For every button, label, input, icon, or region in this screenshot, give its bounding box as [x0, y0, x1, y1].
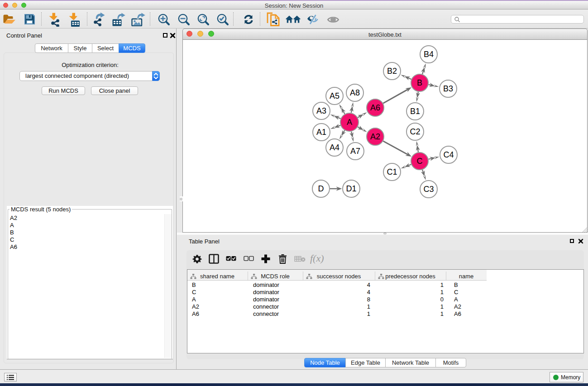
svg-text:A3: A3	[316, 106, 326, 115]
svg-text:C2: C2	[410, 127, 420, 136]
svg-text:A8: A8	[350, 88, 360, 97]
svg-text:A7: A7	[350, 147, 360, 156]
svg-text:A1: A1	[316, 128, 326, 137]
svg-text:B4: B4	[424, 50, 434, 59]
svg-text:C1: C1	[387, 167, 397, 176]
svg-text:A2: A2	[370, 132, 380, 141]
svg-text:C: C	[417, 157, 423, 166]
svg-text:D: D	[318, 184, 324, 193]
svg-text:A5: A5	[330, 91, 339, 100]
svg-text:B2: B2	[387, 67, 397, 76]
svg-text:D1: D1	[346, 184, 356, 193]
svg-text:B1: B1	[410, 107, 420, 116]
svg-text:A: A	[347, 118, 352, 127]
svg-text:A4: A4	[330, 143, 339, 152]
svg-text:B: B	[417, 78, 422, 87]
svg-text:C3: C3	[423, 185, 434, 194]
svg-text:A6: A6	[370, 103, 380, 112]
svg-text:B3: B3	[443, 84, 453, 93]
svg-text:C4: C4	[443, 150, 454, 159]
